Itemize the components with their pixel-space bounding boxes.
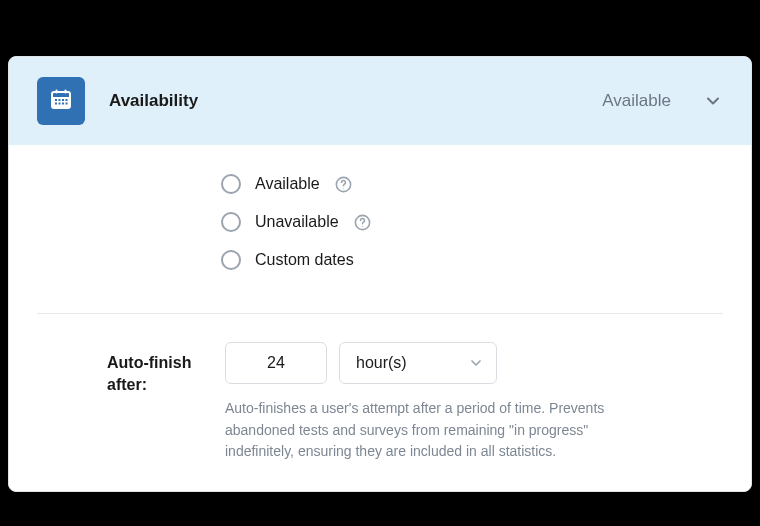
panel-body: Available Unavailable — [9, 145, 751, 491]
calendar-icon-box — [37, 77, 85, 125]
auto-finish-unit-select[interactable]: hour(s) — [339, 342, 497, 384]
svg-rect-5 — [55, 99, 57, 101]
select-value: hour(s) — [356, 354, 407, 372]
svg-rect-10 — [59, 103, 61, 105]
svg-rect-6 — [59, 99, 61, 101]
svg-rect-8 — [66, 99, 68, 101]
auto-finish-value-input[interactable] — [225, 342, 327, 384]
calendar-icon — [49, 87, 73, 115]
svg-point-16 — [362, 225, 363, 226]
radio-label: Available — [255, 175, 320, 193]
controls-line: hour(s) — [225, 342, 723, 384]
radio-option-custom-dates[interactable]: Custom dates — [221, 241, 723, 279]
radio-icon — [221, 174, 241, 194]
svg-point-14 — [343, 187, 344, 188]
svg-rect-12 — [66, 103, 68, 105]
radio-label: Unavailable — [255, 213, 339, 231]
chevron-down-icon — [468, 355, 484, 371]
radio-label: Custom dates — [255, 251, 354, 269]
availability-panel: Availability Available Available — [8, 56, 752, 492]
panel-status: Available — [602, 91, 671, 111]
svg-rect-9 — [55, 103, 57, 105]
radio-option-available[interactable]: Available — [221, 165, 723, 203]
panel-title: Availability — [109, 91, 578, 111]
divider — [37, 313, 723, 314]
help-icon[interactable] — [353, 213, 372, 232]
auto-finish-help-text: Auto-finishes a user's attempt after a p… — [225, 398, 645, 463]
panel-header[interactable]: Availability Available — [9, 57, 751, 145]
svg-rect-11 — [62, 103, 64, 105]
radio-icon — [221, 212, 241, 232]
svg-rect-4 — [65, 90, 67, 94]
svg-rect-3 — [56, 90, 58, 94]
availability-options: Available Unavailable — [221, 153, 723, 279]
radio-option-unavailable[interactable]: Unavailable — [221, 203, 723, 241]
radio-icon — [221, 250, 241, 270]
auto-finish-row: Auto-finish after: hour(s) Auto-finishes… — [37, 342, 723, 463]
svg-rect-7 — [62, 99, 64, 101]
help-icon[interactable] — [334, 175, 353, 194]
auto-finish-label: Auto-finish after: — [107, 342, 201, 397]
chevron-down-icon[interactable] — [703, 91, 723, 111]
auto-finish-controls: hour(s) Auto-finishes a user's attempt a… — [225, 342, 723, 463]
